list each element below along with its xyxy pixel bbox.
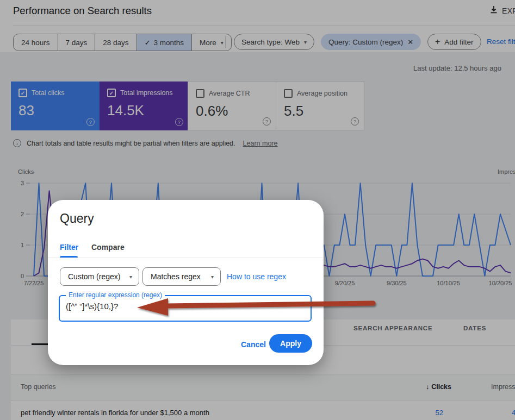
dialog-tab-filter[interactable]: Filter (60, 243, 78, 252)
regex-input[interactable] (65, 301, 274, 311)
regex-input-label: Enter regular expression (regex) (66, 291, 165, 299)
operator-dropdown-value: Custom (regex) (68, 272, 120, 281)
chevron-down-icon: ▾ (211, 274, 214, 280)
dialog-tab-compare[interactable]: Compare (91, 243, 125, 252)
cancel-button[interactable]: Cancel (238, 340, 269, 349)
dialog-title: Query (60, 211, 94, 226)
operator-dropdown[interactable]: Custom (regex) ▾ (60, 267, 139, 286)
query-filter-dialog: Query Filter Compare Custom (regex) ▾ Ma… (48, 200, 324, 365)
dialog-tabs-divider (48, 258, 324, 258)
chevron-down-icon: ▾ (129, 274, 132, 280)
match-type-dropdown[interactable]: Matches regex ▾ (142, 267, 221, 286)
apply-button[interactable]: Apply (269, 334, 312, 353)
regex-help-link[interactable]: How to use regex (227, 272, 286, 281)
match-type-dropdown-value: Matches regex (151, 272, 201, 281)
